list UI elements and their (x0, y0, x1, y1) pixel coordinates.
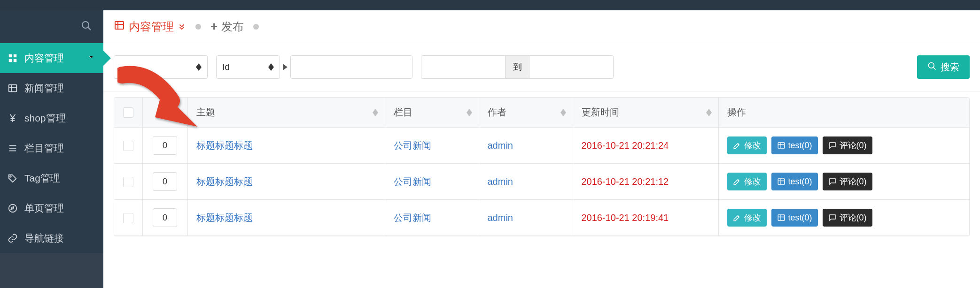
svg-marker-26 (283, 64, 288, 70)
table-row: 0 标题标题标题 公司新闻 admin 2016-10-21 20:21:24 … (114, 128, 969, 164)
category-select[interactable]: -- (114, 55, 208, 79)
grid-icon (8, 53, 18, 63)
comment-button[interactable]: 评论(0) (823, 136, 872, 154)
table-icon (114, 20, 125, 34)
edit-button[interactable]: 修改 (727, 173, 767, 190)
svg-marker-36 (560, 113, 566, 116)
svg-line-10 (13, 114, 16, 118)
order-badge[interactable]: 0 (153, 208, 177, 227)
header-actions: 操作 (718, 98, 969, 128)
table-icon (8, 83, 18, 93)
content-area: 内容管理 + 发布 -- (103, 10, 980, 288)
tag-icon (8, 173, 18, 183)
svg-marker-33 (467, 109, 472, 113)
header-category[interactable]: 栏目 (385, 98, 479, 128)
tab-publish[interactable]: + 发布 (210, 19, 244, 34)
sidebar-item-content-manage[interactable]: 内容管理 (0, 43, 103, 73)
svg-marker-29 (175, 109, 181, 113)
sidebar-item-label: 导航链接 (24, 232, 64, 245)
sidebar-search-row (0, 10, 103, 43)
comment-button[interactable]: 评论(0) (823, 173, 872, 190)
tab-separator-dot (195, 24, 201, 30)
sidebar-item-nav-link[interactable]: 导航链接 (0, 223, 103, 253)
svg-marker-23 (196, 67, 202, 71)
table-row: 0 标题标题标题 公司新闻 admin 2016-10-21 20:21:12 … (114, 164, 969, 200)
search-button[interactable]: 搜索 (917, 55, 970, 79)
table-row: 0 标题标题标题 公司新闻 admin 2016-10-21 20:19:41 … (114, 200, 969, 236)
author-link[interactable]: admin (488, 176, 513, 187)
svg-marker-25 (268, 67, 274, 71)
svg-line-28 (933, 67, 936, 69)
tab-row: 内容管理 + 发布 (103, 10, 980, 43)
subject-link[interactable]: 标题标题标题 (196, 176, 253, 187)
author-link[interactable]: admin (488, 140, 513, 151)
test-button[interactable]: test(0) (771, 209, 818, 227)
author-link[interactable]: admin (488, 212, 513, 223)
updated-time: 2016-10-21 20:21:12 (582, 176, 669, 187)
sidebar-item-label: 单页管理 (24, 202, 64, 215)
svg-rect-45 (778, 215, 785, 220)
header-order[interactable] (142, 98, 187, 128)
svg-marker-31 (373, 109, 378, 113)
tab-separator-dot (253, 24, 259, 30)
row-checkbox[interactable] (123, 141, 133, 151)
subject-link[interactable]: 标题标题标题 (196, 212, 253, 223)
select-value: Id (222, 62, 230, 72)
test-button[interactable]: test(0) (771, 173, 818, 190)
sidebar-item-news[interactable]: 新闻管理 (0, 73, 103, 103)
select-value: -- (120, 62, 126, 72)
category-link[interactable]: 公司新闻 (394, 140, 431, 151)
sidebar-item-page[interactable]: 单页管理 (0, 193, 103, 223)
order-badge[interactable]: 0 (153, 172, 177, 191)
keyword-input[interactable] (290, 55, 412, 79)
sidebar-item-label: 内容管理 (24, 52, 64, 65)
date-start-input[interactable] (421, 55, 506, 79)
field-select[interactable]: Id (216, 55, 280, 79)
sidebar: 内容管理 新闻管理 shop管理 (0, 10, 103, 288)
header-subject[interactable]: 主题 (187, 98, 385, 128)
header-checkbox (114, 98, 142, 128)
sidebar-item-label: shop管理 (24, 112, 66, 125)
order-badge[interactable]: 0 (153, 136, 177, 155)
search-icon[interactable] (81, 20, 92, 34)
row-checkbox[interactable] (123, 177, 133, 187)
checkbox-all[interactable] (123, 107, 133, 118)
data-table: 主题 栏目 (114, 97, 970, 236)
row-actions: 修改 test(0) 评论(0) (727, 136, 961, 154)
svg-point-17 (10, 176, 11, 177)
row-checkbox[interactable] (123, 213, 133, 223)
date-end-input[interactable] (529, 55, 614, 79)
comment-button[interactable]: 评论(0) (823, 209, 872, 227)
svg-point-27 (929, 62, 934, 68)
plus-icon: + (210, 19, 218, 34)
sort-icon (706, 109, 712, 116)
test-button[interactable]: test(0) (771, 136, 818, 154)
tab-content-manage[interactable]: 内容管理 (114, 19, 186, 34)
date-between-label: 到 (506, 55, 529, 79)
updated-time: 2016-10-21 20:19:41 (582, 212, 669, 223)
category-link[interactable]: 公司新闻 (394, 176, 431, 187)
header-author[interactable]: 作者 (479, 98, 573, 128)
select-arrows-icon (196, 63, 202, 71)
sort-icon (175, 109, 181, 116)
tab-label: 内容管理 (129, 19, 174, 34)
edit-button[interactable]: 修改 (727, 136, 767, 154)
header-updated[interactable]: 更新时间 (573, 98, 718, 128)
sidebar-item-shop[interactable]: shop管理 (0, 103, 103, 133)
sidebar-item-column[interactable]: 栏目管理 (0, 133, 103, 163)
top-nav-bar (0, 0, 980, 10)
subject-link[interactable]: 标题标题标题 (196, 140, 253, 151)
svg-marker-35 (560, 109, 566, 113)
search-icon (927, 61, 937, 73)
svg-marker-34 (467, 113, 472, 116)
sidebar-item-label: 新闻管理 (24, 82, 64, 95)
sidebar-item-tag[interactable]: Tag管理 (0, 163, 103, 193)
chevron-down-icon (87, 53, 95, 63)
edit-button[interactable]: 修改 (727, 209, 767, 227)
svg-rect-6 (9, 85, 17, 92)
sort-icon (467, 109, 472, 116)
svg-marker-32 (373, 113, 378, 116)
tab-label: 发布 (221, 19, 244, 34)
compass-icon (8, 203, 18, 213)
category-link[interactable]: 公司新闻 (394, 212, 431, 223)
